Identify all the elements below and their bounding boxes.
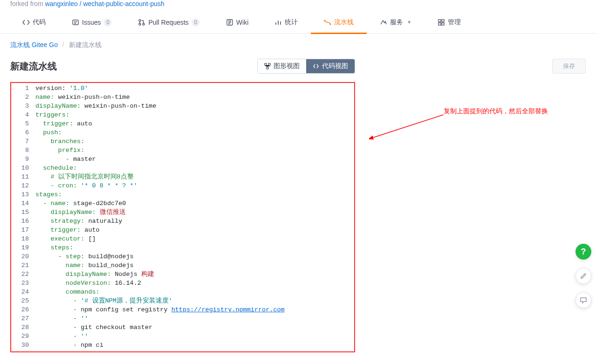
svg-line-14: [372, 115, 444, 138]
forked-from: forked from wangxinleo / wechat-public-a…: [0, 0, 596, 11]
yaml-editor[interactable]: 1234567891011121314151617181920212223242…: [10, 82, 355, 352]
crumb-current: 新建流水线: [69, 41, 102, 48]
svg-rect-7: [438, 20, 441, 22]
svg-rect-0: [73, 20, 78, 25]
code-content[interactable]: version: '1.0'name: weixin-push-on-timed…: [33, 83, 354, 351]
floating-actions: ?: [575, 244, 591, 308]
svg-point-1: [139, 20, 141, 21]
svg-point-5: [324, 20, 326, 21]
breadcrumb: 流水线 Gitee Go / 新建流水线: [10, 41, 586, 49]
svg-point-2: [139, 23, 141, 25]
svg-rect-13: [267, 67, 268, 69]
services-icon: [380, 19, 387, 26]
graphic-view-button[interactable]: 图形视图: [258, 59, 306, 73]
code-icon: [313, 63, 319, 69]
svg-rect-8: [442, 20, 444, 22]
forked-repo-link[interactable]: wangxinleo / wechat-public-account-push: [45, 0, 164, 7]
chat-fab[interactable]: [575, 292, 591, 308]
manage-icon: [438, 19, 445, 26]
save-button[interactable]: 保存: [552, 59, 586, 74]
line-gutter: 1234567891011121314151617181920212223242…: [11, 83, 33, 351]
tab-code[interactable]: 代码: [9, 11, 59, 34]
pipeline-icon: [324, 19, 331, 26]
prs-count: 0: [192, 18, 200, 27]
chevron-down-icon: ▼: [407, 20, 411, 25]
tab-manage[interactable]: 管理: [425, 11, 474, 34]
code-view-button[interactable]: 代码视图: [306, 59, 355, 73]
crumb-root[interactable]: 流水线 Gitee Go: [10, 41, 58, 48]
chat-icon: [580, 296, 587, 304]
svg-rect-10: [442, 23, 444, 25]
svg-point-6: [330, 23, 331, 25]
svg-point-3: [143, 23, 144, 25]
tab-stats[interactable]: 统计: [261, 11, 311, 34]
code-icon: [22, 19, 30, 26]
help-fab[interactable]: ?: [575, 244, 591, 260]
tab-pipeline[interactable]: 流水线: [311, 11, 367, 34]
tab-wiki[interactable]: Wiki: [213, 11, 261, 34]
tab-services[interactable]: 服务 ▼: [367, 11, 425, 34]
wiki-icon: [226, 19, 233, 26]
issues-icon: [72, 19, 79, 26]
tab-prs[interactable]: Pull Requests 0: [125, 11, 212, 34]
edit-icon: [580, 272, 587, 280]
svg-rect-12: [268, 63, 270, 65]
issues-count: 0: [103, 18, 112, 27]
diagram-icon: [264, 63, 271, 69]
pr-icon: [138, 19, 145, 26]
stats-icon: [274, 19, 282, 26]
annotation-text: 复制上面提到的代码，然后全部替换: [444, 107, 548, 116]
view-switch: 图形视图 代码视图: [257, 59, 355, 74]
annotation-arrow: [369, 115, 453, 143]
repo-tabs: 代码 Issues 0 Pull Requests 0 Wiki 统计 流水线 …: [0, 11, 596, 34]
tab-issues[interactable]: Issues 0: [59, 11, 125, 34]
svg-rect-11: [265, 63, 267, 65]
feedback-fab[interactable]: [575, 268, 591, 284]
page-title: 新建流水线: [10, 60, 57, 73]
svg-rect-9: [438, 23, 441, 25]
